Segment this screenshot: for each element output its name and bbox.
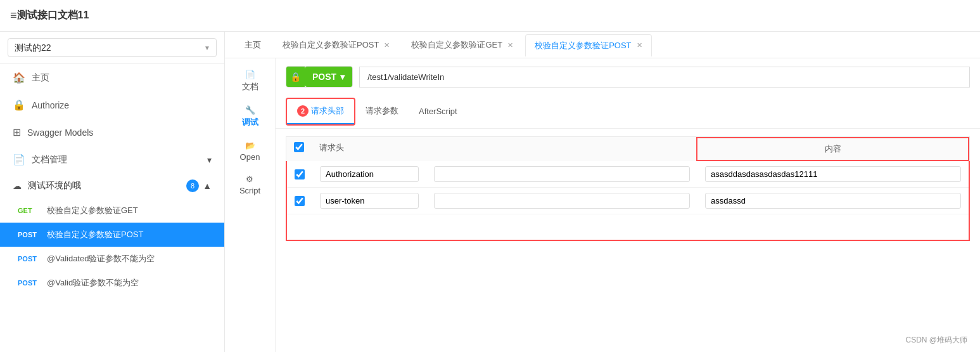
tab-close-icon[interactable]: ✕ [507,41,513,49]
chevron-down-icon: ▾ [207,155,212,165]
th-empty [426,137,696,161]
td-check[interactable] [287,191,312,211]
script-icon: ⚙ [246,174,253,184]
doc-icon: 📄 [245,70,255,79]
panel-script[interactable]: ⚙ Script [239,169,260,200]
sidebar-item-authorize[interactable]: 🔒 Authorize [0,91,224,119]
top-bar: ≡ 测试接口文档11 [0,0,980,32]
grid-icon: ⊞ [13,126,21,138]
tab-get-validate[interactable]: 校验自定义参数验证GET ✕ [402,34,523,56]
cloud-icon: ☁ [13,181,22,191]
sidebar-item-label: 主页 [32,72,49,84]
content-input[interactable] [705,166,961,182]
method-dropdown[interactable]: POST ▾ [305,67,352,87]
tab-close-icon[interactable]: ✕ [637,41,642,49]
select-all-checkbox[interactable] [294,142,304,152]
td-check[interactable] [287,164,312,185]
api-item-post-valid[interactable]: POST @Valid验证参数不能为空 [0,271,224,295]
api-item-label: 校验自定义参数验证POST [47,229,143,240]
row-checkbox[interactable] [295,169,305,179]
menu-icon[interactable]: ≡ [10,9,17,22]
debug-tab-request-params[interactable]: 请求参数 [355,99,409,124]
page-title: 测试接口文档11 [17,9,89,22]
tab-label: 请求头部 [311,105,344,117]
tab-post-validate-2[interactable]: 校验自定义参数验证POST ✕ [525,34,651,56]
url-input[interactable] [359,67,970,88]
tab-label: AfterScript [419,107,457,116]
debug-icon: 🔧 [245,105,255,115]
api-item-label: @Valid验证参数不能为空 [47,277,139,289]
td-middle [426,188,697,214]
lock-icon: 🔒 [13,99,25,111]
debug-tabs: 2 请求头部 请求参数 AfterScript [276,95,980,129]
dropdown-arrow: ▾ [340,72,345,82]
project-select[interactable]: 测试的22 [8,38,217,57]
chevron-up-icon: ▲ [203,181,212,191]
sidebar-item-label: Authorize [32,100,69,110]
table-row-empty [287,214,969,240]
panel-doc[interactable]: 📄 文档 [242,65,258,98]
api-item-post-validate[interactable]: POST 校验自定义参数验证POST [0,223,224,247]
middle-input[interactable] [434,193,690,209]
method-badge-post: POST [18,279,42,287]
debug-tab-request-header[interactable]: 2 请求头部 [287,99,354,124]
panel-open-label: Open [240,152,260,162]
method-badge-post: POST [18,255,42,263]
td-content-empty [697,222,969,232]
panel-doc-label: 文档 [242,81,258,93]
th-check [286,137,312,161]
td-content [697,188,969,214]
method-badge-post: POST [18,231,42,238]
debug-tab-request-header-wrap: 2 请求头部 [286,98,355,126]
row-checkbox[interactable] [295,196,305,206]
td-key [312,188,426,214]
watermark: CSDN @堆码大师 [905,335,967,346]
panel-debug[interactable]: 🔧 调试 [242,100,258,133]
sidebar-env-section[interactable]: ☁ 测试环境的哦 8 ▲ [0,173,224,199]
sidebar-item-doc-manage[interactable]: 📄 文档管理 ▾ [0,146,224,173]
sidebar: 测试的22 🏠 主页 🔒 Authorize ⊞ Swagger Models … [0,32,225,352]
project-select-wrap[interactable]: 测试的22 [0,32,224,64]
tab-close-icon[interactable]: ✕ [384,41,390,49]
panel-script-label: Script [239,186,260,195]
sidebar-item-label: 文档管理 [32,154,67,166]
panel-open[interactable]: 📂 Open [240,136,260,167]
tab-home[interactable]: 主页 [235,34,270,56]
table-header: 请求头 内容 [286,136,970,161]
sidebar-nav: 🏠 主页 🔒 Authorize ⊞ Swagger Models 📄 文档管理… [0,64,224,352]
content-area: 主页 校验自定义参数验证POST ✕ 校验自定义参数验证GET ✕ 校验自定义参… [225,32,980,352]
table-body [286,161,970,241]
sidebar-item-swagger-models[interactable]: ⊞ Swagger Models [0,119,224,146]
table-row [287,161,969,188]
tab-label: 校验自定义参数验证POST [535,40,631,51]
td-content [697,161,969,187]
th-content: 内容 [696,137,969,161]
key-input[interactable] [320,166,419,182]
doc-icon: 📄 [13,153,25,166]
sidebar-env-label: 测试环境的哦 [28,180,81,192]
tab-label: 请求参数 [366,106,398,115]
panel-debug-label: 调试 [242,117,258,128]
table-row [287,188,969,214]
api-list: GET 校验自定义参数验证GET POST 校验自定义参数验证POST POST… [0,199,224,295]
api-item-get-validate[interactable]: GET 校验自定义参数验证GET [0,199,224,223]
content-input[interactable] [705,193,961,209]
tab-home-label: 主页 [245,39,261,51]
lock-icon: 🔒 [290,72,301,82]
debug-tab-afterscript[interactable]: AfterScript [409,100,468,124]
sidebar-item-home[interactable]: 🏠 主页 [0,64,224,91]
api-item-post-validated[interactable]: POST @Validated验证参数不能为空 [0,247,224,271]
lock-icon-btn[interactable]: 🔒 [286,67,305,87]
page-content: 📄 文档 🔧 调试 📂 Open ⚙ Script [225,58,980,352]
api-item-label: 校验自定义参数验证GET [47,205,138,216]
middle-input[interactable] [434,166,690,182]
td-middle [426,161,697,187]
tab-post-validate-1[interactable]: 校验自定义参数验证POST ✕ [273,34,399,56]
env-badge: 8 [186,179,199,192]
sidebar-item-label: Swagger Models [27,127,93,138]
th-key: 请求头 [312,137,426,161]
tab-badge: 2 [297,105,309,117]
tab-label: 校验自定义参数验证GET [411,39,502,51]
key-input[interactable] [320,193,419,209]
request-bar: 🔒 POST ▾ [276,58,980,95]
